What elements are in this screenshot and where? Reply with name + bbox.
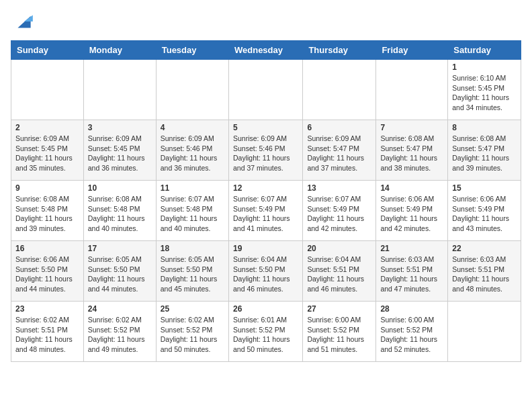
- column-header-monday: Monday: [83, 41, 156, 60]
- day-info: Sunrise: 6:08 AM Sunset: 5:48 PM Dayligh…: [88, 194, 152, 234]
- day-info: Sunrise: 6:08 AM Sunset: 5:47 PM Dayligh…: [452, 134, 517, 173]
- logo: [11, 11, 35, 32]
- calendar-cell: [376, 60, 448, 120]
- day-info: Sunrise: 6:09 AM Sunset: 5:45 PM Dayligh…: [15, 134, 79, 173]
- calendar-cell: 21Sunrise: 6:03 AM Sunset: 5:51 PM Dayli…: [376, 241, 448, 302]
- svg-marker-0: [17, 16, 30, 28]
- day-info: Sunrise: 6:00 AM Sunset: 5:52 PM Dayligh…: [307, 315, 371, 355]
- calendar-cell: 20Sunrise: 6:04 AM Sunset: 5:51 PM Dayli…: [303, 241, 376, 302]
- day-info: Sunrise: 6:04 AM Sunset: 5:50 PM Dayligh…: [233, 255, 298, 294]
- day-info: Sunrise: 6:08 AM Sunset: 5:47 PM Dayligh…: [380, 134, 443, 173]
- day-number: 27: [307, 304, 371, 314]
- calendar-cell: 7Sunrise: 6:08 AM Sunset: 5:47 PM Daylig…: [376, 120, 448, 181]
- calendar-cell: 9Sunrise: 6:08 AM Sunset: 5:48 PM Daylig…: [11, 181, 84, 241]
- day-number: 5: [233, 123, 298, 132]
- calendar-table: SundayMondayTuesdayWednesdayThursdayFrid…: [11, 40, 521, 362]
- day-info: Sunrise: 6:03 AM Sunset: 5:51 PM Dayligh…: [380, 255, 443, 294]
- day-info: Sunrise: 6:02 AM Sunset: 5:52 PM Dayligh…: [88, 315, 152, 355]
- day-number: 3: [88, 123, 152, 132]
- calendar-cell: [83, 60, 156, 120]
- day-info: Sunrise: 6:09 AM Sunset: 5:46 PM Dayligh…: [233, 134, 298, 173]
- day-info: Sunrise: 6:01 AM Sunset: 5:52 PM Dayligh…: [233, 315, 298, 355]
- calendar-cell: 3Sunrise: 6:09 AM Sunset: 5:45 PM Daylig…: [83, 120, 156, 181]
- calendar-cell: 2Sunrise: 6:09 AM Sunset: 5:45 PM Daylig…: [11, 120, 84, 181]
- day-number: 6: [307, 123, 371, 132]
- day-info: Sunrise: 6:04 AM Sunset: 5:51 PM Dayligh…: [307, 255, 371, 294]
- calendar-cell: 11Sunrise: 6:07 AM Sunset: 5:48 PM Dayli…: [156, 181, 228, 241]
- day-info: Sunrise: 6:06 AM Sunset: 5:49 PM Dayligh…: [380, 194, 443, 234]
- logo-icon: [13, 11, 35, 32]
- calendar-cell: 24Sunrise: 6:02 AM Sunset: 5:52 PM Dayli…: [83, 302, 156, 362]
- day-number: 9: [15, 183, 79, 193]
- calendar-cell: 15Sunrise: 6:06 AM Sunset: 5:49 PM Dayli…: [448, 181, 521, 241]
- day-info: Sunrise: 6:00 AM Sunset: 5:52 PM Dayligh…: [380, 315, 443, 355]
- day-number: 18: [161, 244, 224, 253]
- day-info: Sunrise: 6:02 AM Sunset: 5:51 PM Dayligh…: [15, 315, 79, 355]
- calendar-cell: 12Sunrise: 6:07 AM Sunset: 5:49 PM Dayli…: [228, 181, 302, 241]
- calendar-cell: [11, 60, 84, 120]
- day-number: 10: [88, 183, 152, 193]
- calendar-cell: [303, 60, 376, 120]
- day-info: Sunrise: 6:06 AM Sunset: 5:49 PM Dayligh…: [452, 194, 517, 234]
- calendar-cell: 27Sunrise: 6:00 AM Sunset: 5:52 PM Dayli…: [303, 302, 376, 362]
- day-number: 15: [452, 183, 517, 193]
- column-header-sunday: Sunday: [11, 41, 84, 60]
- day-info: Sunrise: 6:06 AM Sunset: 5:50 PM Dayligh…: [15, 255, 79, 294]
- calendar-cell: 10Sunrise: 6:08 AM Sunset: 5:48 PM Dayli…: [83, 181, 156, 241]
- calendar-week-row: 23Sunrise: 6:02 AM Sunset: 5:51 PM Dayli…: [11, 302, 521, 362]
- day-info: Sunrise: 6:09 AM Sunset: 5:46 PM Dayligh…: [161, 134, 224, 173]
- column-header-thursday: Thursday: [303, 41, 376, 60]
- calendar-cell: 19Sunrise: 6:04 AM Sunset: 5:50 PM Dayli…: [228, 241, 302, 302]
- day-number: 24: [88, 304, 152, 314]
- calendar-cell: 25Sunrise: 6:02 AM Sunset: 5:52 PM Dayli…: [156, 302, 228, 362]
- day-number: 1: [452, 62, 517, 72]
- calendar-cell: [228, 60, 302, 120]
- column-header-friday: Friday: [376, 41, 448, 60]
- calendar-cell: 18Sunrise: 6:05 AM Sunset: 5:50 PM Dayli…: [156, 241, 228, 302]
- day-info: Sunrise: 6:09 AM Sunset: 5:47 PM Dayligh…: [307, 134, 371, 173]
- calendar-cell: 26Sunrise: 6:01 AM Sunset: 5:52 PM Dayli…: [228, 302, 302, 362]
- day-info: Sunrise: 6:07 AM Sunset: 5:48 PM Dayligh…: [161, 194, 224, 234]
- calendar-cell: 1Sunrise: 6:10 AM Sunset: 5:45 PM Daylig…: [448, 60, 521, 120]
- calendar-cell: [156, 60, 228, 120]
- calendar-cell: 16Sunrise: 6:06 AM Sunset: 5:50 PM Dayli…: [11, 241, 84, 302]
- calendar-cell: 4Sunrise: 6:09 AM Sunset: 5:46 PM Daylig…: [156, 120, 228, 181]
- day-info: Sunrise: 6:05 AM Sunset: 5:50 PM Dayligh…: [88, 255, 152, 294]
- day-number: 8: [452, 123, 517, 132]
- day-info: Sunrise: 6:03 AM Sunset: 5:51 PM Dayligh…: [452, 255, 517, 294]
- calendar-cell: 23Sunrise: 6:02 AM Sunset: 5:51 PM Dayli…: [11, 302, 84, 362]
- page-header: [11, 11, 521, 32]
- day-info: Sunrise: 6:08 AM Sunset: 5:48 PM Dayligh…: [15, 194, 79, 234]
- day-number: 4: [161, 123, 224, 132]
- day-number: 19: [233, 244, 298, 253]
- day-number: 25: [161, 304, 224, 314]
- day-number: 17: [88, 244, 152, 253]
- calendar-cell: 13Sunrise: 6:07 AM Sunset: 5:49 PM Dayli…: [303, 181, 376, 241]
- calendar-week-row: 1Sunrise: 6:10 AM Sunset: 5:45 PM Daylig…: [11, 60, 521, 120]
- day-number: 11: [161, 183, 224, 193]
- day-number: 20: [307, 244, 371, 253]
- calendar-cell: 28Sunrise: 6:00 AM Sunset: 5:52 PM Dayli…: [376, 302, 448, 362]
- day-number: 7: [380, 123, 443, 132]
- day-number: 14: [380, 183, 443, 193]
- day-number: 23: [15, 304, 79, 314]
- column-header-saturday: Saturday: [448, 41, 521, 60]
- day-number: 12: [233, 183, 298, 193]
- day-number: 21: [380, 244, 443, 253]
- day-number: 16: [15, 244, 79, 253]
- calendar-week-row: 9Sunrise: 6:08 AM Sunset: 5:48 PM Daylig…: [11, 181, 521, 241]
- day-number: 13: [307, 183, 371, 193]
- day-info: Sunrise: 6:02 AM Sunset: 5:52 PM Dayligh…: [161, 315, 224, 355]
- calendar-cell: 14Sunrise: 6:06 AM Sunset: 5:49 PM Dayli…: [376, 181, 448, 241]
- calendar-header-row: SundayMondayTuesdayWednesdayThursdayFrid…: [11, 41, 521, 60]
- day-number: 22: [452, 244, 517, 253]
- day-number: 2: [15, 123, 79, 132]
- calendar-cell: 6Sunrise: 6:09 AM Sunset: 5:47 PM Daylig…: [303, 120, 376, 181]
- calendar-cell: 8Sunrise: 6:08 AM Sunset: 5:47 PM Daylig…: [448, 120, 521, 181]
- day-info: Sunrise: 6:07 AM Sunset: 5:49 PM Dayligh…: [307, 194, 371, 234]
- day-info: Sunrise: 6:07 AM Sunset: 5:49 PM Dayligh…: [233, 194, 298, 234]
- calendar-cell: 5Sunrise: 6:09 AM Sunset: 5:46 PM Daylig…: [228, 120, 302, 181]
- calendar-cell: 17Sunrise: 6:05 AM Sunset: 5:50 PM Dayli…: [83, 241, 156, 302]
- svg-marker-1: [24, 15, 33, 21]
- calendar-cell: 22Sunrise: 6:03 AM Sunset: 5:51 PM Dayli…: [448, 241, 521, 302]
